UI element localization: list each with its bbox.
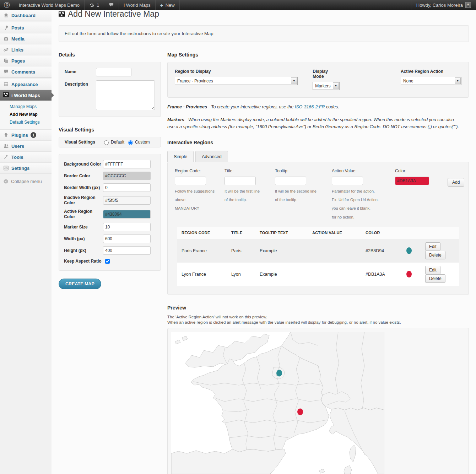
wordpress-logo[interactable]: Ⓡ [0,0,14,10]
tab-simple[interactable]: Simple [167,151,194,162]
left-column: Details Name Description Visual Settings… [59,50,161,289]
border-color-field[interactable] [103,172,151,180]
region-to-display-value: France - Provinces [177,79,213,84]
speech-bubble-icon [3,69,9,75]
cell-action-value [308,263,361,286]
plugin-adminbar-label: i World Maps [124,2,151,8]
preview-map-svg [171,332,384,474]
inactive-region-color-field[interactable] [103,196,151,205]
submenu-default-settings[interactable]: Default Settings [0,118,52,126]
display-mode-value: Markers [315,84,330,88]
active-region-color-field[interactable] [103,210,151,219]
active-region-action-label: Active Region Action [401,69,461,74]
tools-icon [3,154,9,160]
edit-row-button[interactable]: Edit [425,266,440,274]
map-marker-paris[interactable] [276,370,282,376]
submenu-add-new-map[interactable]: Add New Map [0,111,52,118]
sidebar-item-label: Appearance [11,82,38,87]
action-value-field[interactable] [332,177,363,185]
cell-region-code: Paris France [177,239,227,263]
title-field[interactable] [225,177,256,185]
create-map-button[interactable]: CREATE MAP [59,279,101,289]
edit-row-button[interactable]: Edit [425,242,440,251]
region-to-display-select[interactable]: France - Provinces ▼ [175,77,298,85]
sidebar-item-posts[interactable]: Posts [0,22,52,33]
action-value-help: you can leave it blank, [332,206,395,211]
sidebar-item-appearance[interactable]: Appearance [0,79,52,90]
collapse-menu-button[interactable]: Collapse menu [0,175,52,188]
region-code-field[interactable] [175,177,206,185]
updates-count: 1 [97,2,99,8]
delete-row-button[interactable]: Delete [425,274,445,283]
display-mode-label: Display Mode [313,69,340,79]
updates-icon [89,2,94,8]
camera-icon [3,36,9,42]
tab-advanced[interactable]: Advanced [195,151,228,162]
name-label: Name [65,68,96,76]
new-menu[interactable]: + New [156,0,180,10]
admin-bar: Ⓡ Interactive World Maps Demo 1 i World … [0,0,476,10]
regions-tabs: Simple Advanced [167,150,469,162]
active-region-color-label: Active Region Color [64,209,103,220]
sidebar-item-label: Posts [11,25,24,31]
custom-radio-input[interactable] [128,140,133,145]
comments-menu[interactable] [104,0,119,10]
new-label: New [166,2,175,8]
name-field[interactable] [96,68,131,76]
action-value-label: Action Value: [332,168,395,173]
sidebar-item-users[interactable]: Users [0,141,52,152]
color-swatch [406,247,412,254]
width-field[interactable] [103,235,151,243]
account-menu[interactable]: Howdy, Carlos Moreira [411,0,476,10]
marker-size-label: Marker Size [64,225,103,230]
sidebar-item-media[interactable]: Media [0,33,52,44]
delete-row-button[interactable]: Delete [425,251,445,259]
description-field[interactable] [96,80,155,110]
sidebar-item-i-world-maps[interactable]: i World Maps [0,90,52,101]
right-column: Map Settings Region to Display France - … [167,50,469,474]
height-field[interactable] [103,246,151,255]
active-region-action-select[interactable]: None ▼ [401,77,461,85]
default-radio-input[interactable] [104,140,109,145]
sidebar-item-dashboard[interactable]: Dashboard [0,10,52,21]
cell-tooltip: Example [255,239,308,263]
appearance-icon [3,81,9,87]
sliders-icon [3,165,9,171]
marker-size-field[interactable] [103,223,151,231]
sidebar-item-plugins[interactable]: Plugins 1 [0,130,52,141]
region-code-help: above. [175,198,225,202]
sidebar-item-pages[interactable]: Pages [0,55,52,66]
keep-aspect-ratio-checkbox[interactable] [105,259,110,264]
map-marker-lyon[interactable] [297,408,303,415]
house-icon [3,12,9,18]
tooltip-help: It will be the second line [275,189,332,194]
visual-custom-radio[interactable]: Custom [126,139,150,145]
border-color-label: Border Color [64,173,103,179]
title-help: of the tooltip. [225,198,275,202]
sidebar-item-settings[interactable]: Settings [0,163,52,174]
sidebar-item-tools[interactable]: Tools [0,152,52,163]
site-name-menu[interactable]: Interactive World Maps Demo [14,0,85,10]
background-color-field[interactable] [103,160,151,168]
submenu-manage-maps[interactable]: Manage Maps [0,103,52,111]
color-field[interactable] [395,177,429,185]
add-region-button[interactable]: Add [448,178,464,187]
regions-table: REGION CODE TITLE TOOLTIP TEXT ACTION VA… [177,227,459,286]
visual-default-radio[interactable]: Default [102,139,124,145]
column-header-action-value: ACTION VALUE [308,227,361,239]
sidebar-item-comments[interactable]: Comments [0,66,52,77]
sidebar-item-links[interactable]: Links [0,44,52,55]
chain-link-icon [3,47,9,53]
visual-settings-heading: Visual Settings [59,127,161,133]
interactive-regions-heading: Interactive Regions [167,140,469,145]
updates-menu[interactable]: 1 [85,0,104,10]
plugin-adminbar-menu[interactable]: i World Maps [119,0,156,10]
cell-title: Paris [227,239,255,263]
map-preview[interactable] [171,332,384,474]
tooltip-field[interactable] [275,177,306,185]
iso-codes-link[interactable]: ISO-3166-2:FR [295,104,325,109]
border-width-field[interactable] [103,183,151,192]
display-mode-select[interactable]: Markers ▼ [313,82,340,90]
description-label: Description [65,80,96,110]
sidebar: Dashboard Posts Media Links Pages Commen… [0,10,52,474]
